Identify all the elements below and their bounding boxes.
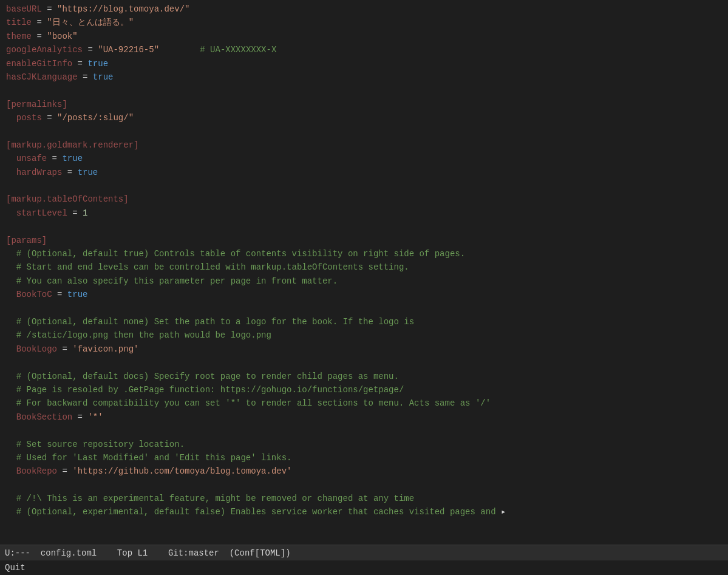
status-bar: U:--- config.toml Top L1 Git:master (Con… (0, 545, 728, 560)
code-editor[interactable]: baseURL = "https://blog.tomoya.dev/"titl… (0, 0, 728, 522)
code-line: googleAnalytics = "UA-92216-5" # UA-XXXX… (6, 43, 728, 56)
status-filetype: (Conf[TOML]) (230, 548, 291, 558)
code-line: # /!\ This is an experimental feature, m… (6, 492, 728, 505)
code-line: # (Optional, default docs) Specify root … (6, 370, 728, 383)
status-spacer3 (148, 548, 168, 558)
code-line (6, 125, 728, 138)
code-line: [params] (6, 234, 728, 247)
code-line: BookSection = '*' (6, 410, 728, 424)
status-spacer2 (97, 548, 117, 558)
code-line: startLevel = 1 (6, 206, 728, 220)
code-line: [permalinks] (6, 98, 728, 111)
status-spacer (30, 548, 41, 558)
code-line: theme = "book" (6, 30, 728, 43)
code-line (6, 302, 728, 315)
status-position: Top L1 (117, 548, 148, 558)
code-line: hardWraps = true (6, 166, 728, 179)
editor-area: baseURL = "https://blog.tomoya.dev/"titl… (0, 0, 728, 545)
command-line: Quit (0, 560, 728, 575)
code-line: # You can also specify this parameter pe… (6, 274, 728, 288)
code-line: # Page is resoled by .GetPage function: … (6, 383, 728, 396)
code-line: [markup.tableOfContents] (6, 192, 728, 206)
status-vcs: Git:master (168, 548, 219, 558)
code-line: BookLogo = 'favicon.png' (6, 342, 728, 356)
code-line (6, 220, 728, 233)
code-line: BookToC = true (6, 288, 728, 301)
code-line (6, 356, 728, 369)
command-text: Quit (5, 563, 26, 573)
code-line: [markup.goldmark.renderer] (6, 138, 728, 152)
code-line (6, 84, 728, 97)
status-spacer4 (219, 548, 230, 558)
code-line: BookRepo = 'https://github.com/tomoya/bl… (6, 464, 728, 478)
code-line: # (Optional, default true) Controls tabl… (6, 247, 728, 260)
code-line: title = "日々、とんは語る。" (6, 16, 728, 29)
code-line: enableGitInfo = true (6, 57, 728, 70)
code-line (6, 424, 728, 437)
code-line: # Start and end levels can be controlled… (6, 260, 728, 274)
code-line: # Set source repository location. (6, 438, 728, 451)
code-line (6, 179, 728, 192)
status-filename: config.toml (41, 548, 97, 558)
code-line (6, 478, 728, 492)
code-line: baseURL = "https://blog.tomoya.dev/" (6, 2, 728, 16)
code-line: # Used for 'Last Modified' and 'Edit thi… (6, 451, 728, 464)
code-line: hasCJKLanguage = true (6, 70, 728, 84)
code-line: posts = "/posts/:slug/" (6, 111, 728, 124)
code-line: # /static/logo.png then the path would b… (6, 328, 728, 342)
status-mode: U:--- (5, 548, 30, 558)
code-line: # (Optional, default none) Set the path … (6, 315, 728, 328)
code-line: # For backward compatibility you can set… (6, 396, 728, 410)
code-line: # (Optional, experimental, default false… (6, 505, 728, 519)
code-line: unsafe = true (6, 152, 728, 165)
